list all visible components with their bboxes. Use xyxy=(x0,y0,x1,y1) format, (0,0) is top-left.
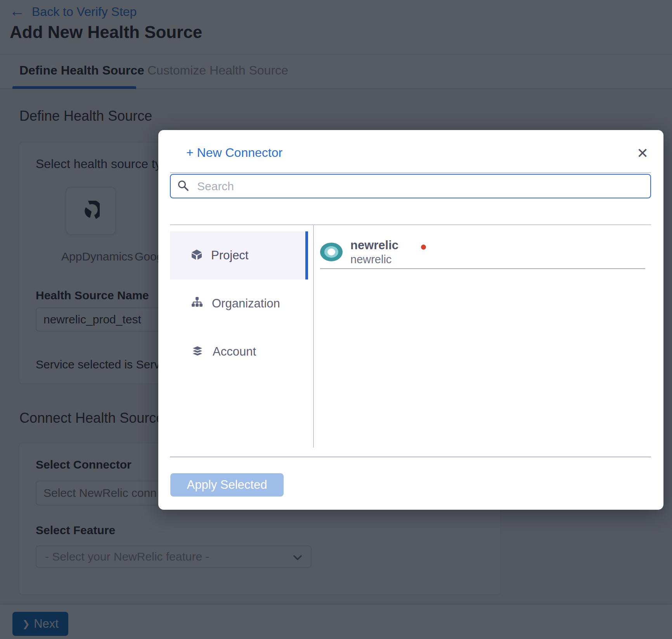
active-scope-indicator xyxy=(305,231,308,280)
list-top-divider xyxy=(170,224,651,225)
screen: ← Back to Verify Step Add New Health Sou… xyxy=(0,0,672,639)
status-dot-icon xyxy=(421,245,426,250)
new-connector-link[interactable]: + New Connector xyxy=(186,146,282,160)
connector-select-modal: + New Connector ✕ Project xyxy=(158,130,663,510)
cube-icon xyxy=(191,249,203,262)
scope-label: Organization xyxy=(212,297,280,311)
search-input[interactable] xyxy=(196,179,644,193)
scope-item-organization[interactable]: Organization xyxy=(170,280,305,328)
connector-row-divider xyxy=(320,268,645,269)
apply-selected-button[interactable]: Apply Selected xyxy=(170,473,284,497)
search-icon xyxy=(177,179,189,193)
connector-item-newrelic[interactable]: newrelic newrelic xyxy=(320,235,648,269)
newrelic-logo-icon xyxy=(320,243,343,261)
modal-header-divider xyxy=(170,172,651,173)
close-icon[interactable]: ✕ xyxy=(633,144,652,163)
layers-icon xyxy=(191,345,204,359)
connector-id: newrelic xyxy=(350,253,398,266)
sidebar-list-divider xyxy=(313,224,314,448)
search-box[interactable] xyxy=(170,174,651,198)
modal-footer-divider xyxy=(170,457,651,457)
scope-item-account[interactable]: Account xyxy=(170,328,305,376)
sitemap-icon xyxy=(191,297,203,311)
scope-item-project[interactable]: Project xyxy=(170,231,305,280)
scope-label: Project xyxy=(211,248,248,262)
scope-label: Account xyxy=(213,345,256,359)
connector-name: newrelic xyxy=(350,238,398,252)
